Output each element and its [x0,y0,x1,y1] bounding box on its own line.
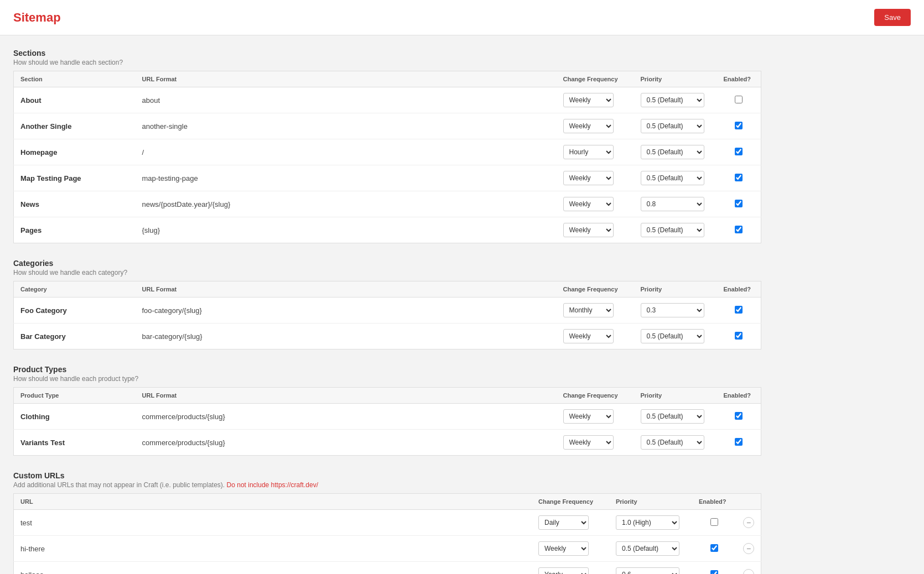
row-delete[interactable]: − [736,536,761,562]
enabled-checkbox[interactable] [735,174,743,181]
table-row: testAlwaysHourlyDailyWeeklyMonthlyYearly… [14,510,761,536]
row-freq[interactable]: AlwaysHourlyDailyWeeklyMonthlyYearlyNeve… [532,536,609,562]
sections-tbody-2-freq-select[interactable]: AlwaysHourlyDailyWeeklyMonthlyYearlyNeve… [563,145,614,159]
row-freq[interactable]: AlwaysHourlyDailyWeeklyMonthlyYearlyNeve… [557,139,634,165]
row-freq[interactable]: AlwaysHourlyDailyWeeklyMonthlyYearlyNeve… [557,165,634,191]
row-priority[interactable]: 1.0 (High)0.90.80.70.60.5 (Default)0.40.… [634,113,717,139]
custom-urls-tbody-0-priority-select[interactable]: 1.0 (High)0.90.80.70.60.5 (Default)0.40.… [616,515,679,530]
enabled-checkbox[interactable] [735,122,743,129]
save-button[interactable]: Save [874,9,911,26]
enabled-checkbox[interactable] [735,412,743,420]
row-priority[interactable]: 1.0 (High)0.90.80.70.60.5 (Default)0.40.… [609,562,692,575]
product-types-table: Product Type URL Format Change Frequency… [13,387,761,456]
sections-tbody-2-priority-select[interactable]: 1.0 (High)0.90.80.70.60.5 (Default)0.40.… [641,145,704,159]
enabled-checkbox[interactable] [735,332,743,340]
sections-tbody-5-freq-select[interactable]: AlwaysHourlyDailyWeeklyMonthlyYearlyNeve… [563,223,614,237]
row-freq[interactable]: AlwaysHourlyDailyWeeklyMonthlyYearlyNeve… [557,113,634,139]
enabled-checkbox[interactable] [735,226,743,233]
table-row: Homepage/AlwaysHourlyDailyWeeklyMonthlyY… [14,139,761,165]
row-enabled[interactable] [717,113,761,139]
row-priority[interactable]: 1.0 (High)0.90.80.70.60.5 (Default)0.40.… [634,404,717,430]
product-types-tbody-1-priority-select[interactable]: 1.0 (High)0.90.80.70.60.5 (Default)0.40.… [641,435,704,450]
table-row: Map Testing Pagemap-testing-pageAlwaysHo… [14,165,761,191]
row-priority[interactable]: 1.0 (High)0.90.80.70.60.5 (Default)0.40.… [634,323,717,349]
sections-tbody-0-freq-select[interactable]: AlwaysHourlyDailyWeeklyMonthlyYearlyNeve… [563,93,614,107]
col-priority-s: Priority [634,71,717,87]
row-enabled[interactable] [692,536,736,562]
enabled-checkbox[interactable] [710,570,718,575]
sections-tbody-3-priority-select[interactable]: 1.0 (High)0.90.80.70.60.5 (Default)0.40.… [641,171,704,185]
sections-tbody-4-priority-select[interactable]: 1.0 (High)0.90.80.70.60.5 (Default)0.40.… [641,197,704,211]
row-priority[interactable]: 1.0 (High)0.90.80.70.60.5 (Default)0.40.… [634,165,717,191]
custom-urls-tbody-1-priority-select[interactable]: 1.0 (High)0.90.80.70.60.5 (Default)0.40.… [616,541,679,556]
row-priority[interactable]: 1.0 (High)0.90.80.70.60.5 (Default)0.40.… [634,298,717,323]
sections-tbody-1-freq-select[interactable]: AlwaysHourlyDailyWeeklyMonthlyYearlyNeve… [563,119,614,133]
product-types-group: Product Types How should we handle each … [13,365,761,456]
row-freq[interactable]: AlwaysHourlyDailyWeeklyMonthlyYearlyNeve… [557,404,634,430]
row-delete[interactable]: − [736,562,761,575]
row-enabled[interactable] [717,298,761,323]
row-freq[interactable]: AlwaysHourlyDailyWeeklyMonthlyYearlyNeve… [557,323,634,349]
enabled-checkbox[interactable] [710,544,718,552]
categories-group: Categories How should we handle each cat… [13,259,761,349]
categories-tbody-0-priority-select[interactable]: 1.0 (High)0.90.80.70.60.5 (Default)0.40.… [641,303,704,317]
delete-button[interactable]: − [743,517,754,528]
enabled-checkbox[interactable] [710,518,718,526]
categories-tbody-0-freq-select[interactable]: AlwaysHourlyDailyWeeklyMonthlyYearlyNeve… [563,303,614,317]
product-types-tbody-0-freq-select[interactable]: AlwaysHourlyDailyWeeklyMonthlyYearlyNeve… [563,409,614,424]
row-priority[interactable]: 1.0 (High)0.90.80.70.60.5 (Default)0.40.… [634,139,717,165]
row-enabled[interactable] [717,165,761,191]
row-freq[interactable]: AlwaysHourlyDailyWeeklyMonthlyYearlyNeve… [557,430,634,456]
col-url: URL [14,494,532,510]
row-priority[interactable]: 1.0 (High)0.90.80.70.60.5 (Default)0.40.… [634,87,717,113]
enabled-checkbox[interactable] [735,148,743,155]
custom-urls-tbody-0-freq-select[interactable]: AlwaysHourlyDailyWeeklyMonthlyYearlyNeve… [538,515,589,530]
row-enabled[interactable] [717,323,761,349]
delete-button[interactable]: − [743,569,754,574]
row-priority[interactable]: 1.0 (High)0.90.80.70.60.5 (Default)0.40.… [634,217,717,243]
product-types-tbody-0-priority-select[interactable]: 1.0 (High)0.90.80.70.60.5 (Default)0.40.… [641,409,704,424]
row-priority[interactable]: 1.0 (High)0.90.80.70.60.5 (Default)0.40.… [609,536,692,562]
row-enabled[interactable] [717,404,761,430]
custom-urls-tbody-1-freq-select[interactable]: AlwaysHourlyDailyWeeklyMonthlyYearlyNeve… [538,541,589,556]
product-types-tbody-1-freq-select[interactable]: AlwaysHourlyDailyWeeklyMonthlyYearlyNeve… [563,435,614,450]
row-enabled[interactable] [692,510,736,536]
row-enabled[interactable] [717,217,761,243]
row-enabled[interactable] [717,430,761,456]
sections-tbody-3-freq-select[interactable]: AlwaysHourlyDailyWeeklyMonthlyYearlyNeve… [563,171,614,185]
custom-urls-tbody-2-freq-select[interactable]: AlwaysHourlyDailyWeeklyMonthlyYearlyNeve… [538,567,589,574]
row-priority[interactable]: 1.0 (High)0.90.80.70.60.5 (Default)0.40.… [634,191,717,217]
delete-button[interactable]: − [743,543,754,554]
categories-tbody-1-priority-select[interactable]: 1.0 (High)0.90.80.70.60.5 (Default)0.40.… [641,329,704,343]
row-name: About [14,87,136,113]
row-priority[interactable]: 1.0 (High)0.90.80.70.60.5 (Default)0.40.… [609,510,692,536]
enabled-checkbox[interactable] [735,306,743,314]
main-content: Sections How should we handle each secti… [0,35,775,574]
enabled-checkbox[interactable] [735,438,743,446]
row-enabled[interactable] [717,139,761,165]
table-row: hi-thereAlwaysHourlyDailyWeeklyMonthlyYe… [14,536,761,562]
row-freq[interactable]: AlwaysHourlyDailyWeeklyMonthlyYearlyNeve… [532,510,609,536]
enabled-checkbox[interactable] [735,96,743,103]
row-enabled[interactable] [717,191,761,217]
custom-urls-tbody-2-priority-select[interactable]: 1.0 (High)0.90.80.70.60.5 (Default)0.40.… [616,567,679,574]
row-freq[interactable]: AlwaysHourlyDailyWeeklyMonthlyYearlyNeve… [557,217,634,243]
row-enabled[interactable] [692,562,736,575]
row-enabled[interactable] [717,87,761,113]
col-priority-pt: Priority [634,388,717,404]
row-freq[interactable]: AlwaysHourlyDailyWeeklyMonthlyYearlyNeve… [557,87,634,113]
row-freq[interactable]: AlwaysHourlyDailyWeeklyMonthlyYearlyNeve… [557,298,634,323]
row-delete[interactable]: − [736,510,761,536]
sections-tbody-0-priority-select[interactable]: 1.0 (High)0.90.80.70.60.5 (Default)0.40.… [641,93,704,107]
enabled-checkbox[interactable] [735,200,743,207]
categories-tbody-1-freq-select[interactable]: AlwaysHourlyDailyWeeklyMonthlyYearlyNeve… [563,329,614,343]
sections-tbody-1-priority-select[interactable]: 1.0 (High)0.90.80.70.60.5 (Default)0.40.… [641,119,704,133]
row-freq[interactable]: AlwaysHourlyDailyWeeklyMonthlyYearlyNeve… [532,562,609,575]
col-priority-c: Priority [634,281,717,298]
sections-tbody-4-freq-select[interactable]: AlwaysHourlyDailyWeeklyMonthlyYearlyNeve… [563,197,614,211]
sections-subtitle: How should we handle each section? [13,59,761,66]
custom-urls-note-link[interactable]: Do not include https://craft.dev/ [227,481,318,489]
sections-tbody-5-priority-select[interactable]: 1.0 (High)0.90.80.70.60.5 (Default)0.40.… [641,223,704,237]
row-freq[interactable]: AlwaysHourlyDailyWeeklyMonthlyYearlyNeve… [557,191,634,217]
row-priority[interactable]: 1.0 (High)0.90.80.70.60.5 (Default)0.40.… [634,430,717,456]
